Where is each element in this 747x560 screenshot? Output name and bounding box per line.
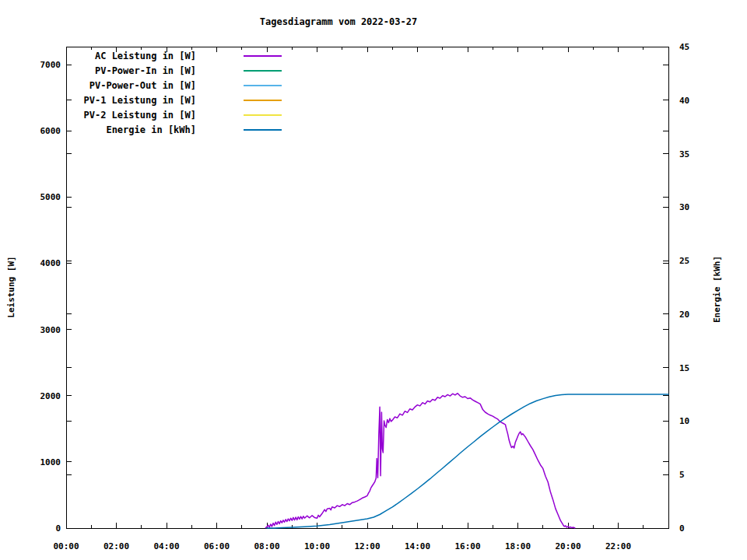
x-tick-label: 20:00 [555, 541, 580, 551]
x-tick-label: 18:00 [505, 541, 531, 551]
x-tick-label: 22:00 [605, 541, 631, 551]
x-tick-label: 10:00 [304, 541, 330, 551]
series-line-y1 [265, 394, 574, 528]
x-tick-label: 08:00 [254, 541, 279, 551]
y2-tick-label: 15 [679, 363, 689, 373]
y1-tick-label: 6000 [40, 126, 61, 136]
y1-axis-title: Leistung [W] [6, 256, 16, 317]
plot-area: 00:0002:0004:0006:0008:0010:0012:0014:00… [0, 0, 747, 560]
y2-tick-label: 30 [679, 202, 689, 212]
x-tick-label: 14:00 [405, 541, 430, 551]
x-tick-label: 02:00 [103, 541, 129, 551]
y2-axis-title: Energie [kWh] [712, 256, 722, 323]
legend-label: PV-1 Leistung in [W] [84, 95, 197, 106]
x-tick-label: 04:00 [153, 541, 179, 551]
legend-label: Energie in [kWh] [106, 124, 196, 135]
y1-tick-label: 3000 [40, 325, 61, 335]
y1-tick-label: 0 [55, 523, 61, 534]
y1-tick-label: 4000 [40, 258, 61, 268]
y1-tick-label: 7000 [40, 60, 61, 70]
chart-title: Tagesdiagramm vom 2022-03-27 [105, 16, 572, 27]
x-tick-label: 06:00 [204, 541, 230, 551]
y2-tick-label: 5 [679, 470, 685, 480]
y2-tick-label: 20 [679, 310, 689, 320]
y2-tick-label: 10 [679, 416, 689, 426]
legend-label: AC Leistung in [W] [95, 51, 196, 61]
y2-tick-label: 45 [679, 42, 689, 52]
y2-tick-label: 40 [679, 96, 689, 106]
y2-tick-label: 0 [679, 523, 685, 534]
y1-tick-label: 2000 [40, 391, 61, 401]
legend-label: PV-Power-In in [W] [95, 65, 196, 76]
y1-tick-label: 5000 [40, 192, 61, 202]
series-line-y2 [267, 394, 668, 528]
y2-tick-label: 35 [679, 149, 689, 159]
x-tick-label: 00:00 [53, 541, 79, 551]
tagesdiagramm-chart: Tagesdiagramm vom 2022-03-27 Leistung [W… [0, 0, 747, 560]
legend-label: PV-2 Leistung in [W] [84, 110, 197, 121]
y2-tick-label: 25 [679, 256, 689, 266]
x-tick-label: 12:00 [354, 541, 380, 551]
x-tick-label: 16:00 [454, 541, 480, 551]
y1-tick-label: 1000 [40, 457, 61, 467]
legend-label: PV-Power-Out in [W] [89, 80, 196, 91]
